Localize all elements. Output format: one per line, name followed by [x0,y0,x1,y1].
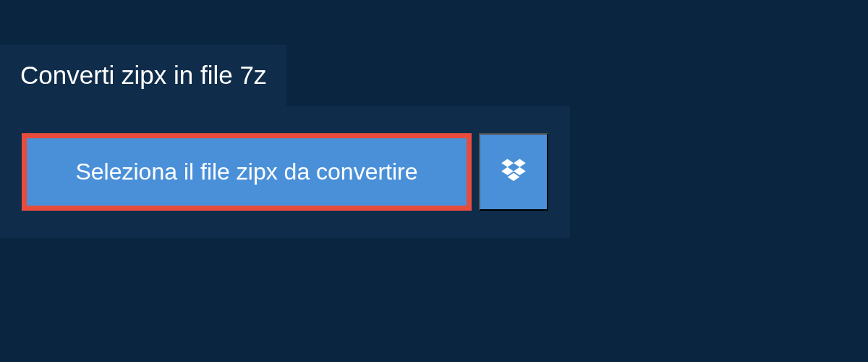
dropbox-icon [499,158,528,187]
page-title: Converti zipx in file 7z [20,61,266,90]
page-header: Converti zipx in file 7z [0,45,286,106]
upload-panel: Seleziona il file zipx da convertire [0,106,570,238]
select-file-label: Seleziona il file zipx da convertire [75,159,417,185]
select-file-button[interactable]: Seleziona il file zipx da convertire [22,133,472,211]
dropbox-button[interactable] [479,133,548,211]
